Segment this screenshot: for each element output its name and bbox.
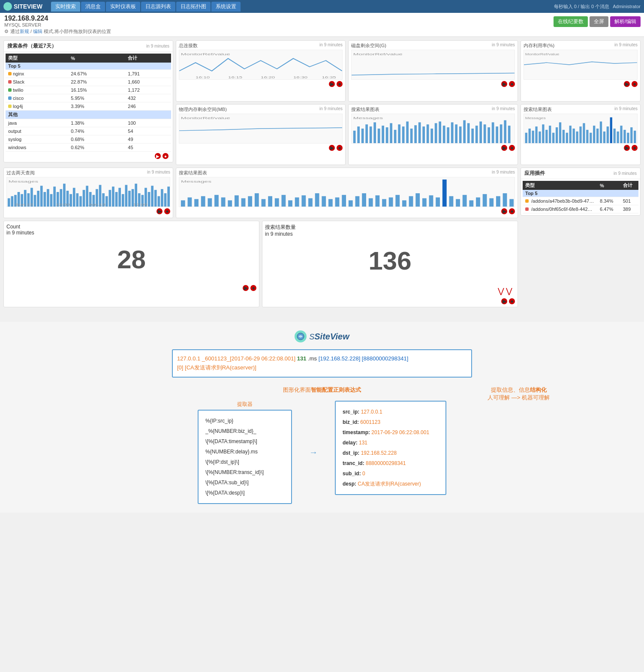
svg-rect-159 — [288, 200, 292, 207]
svg-rect-154 — [255, 193, 259, 207]
online-summary-button[interactable]: 在线纪要数 — [554, 16, 588, 27]
svg-rect-152 — [241, 198, 246, 207]
info-button-2days[interactable]: ● — [164, 208, 170, 214]
svg-rect-16 — [365, 124, 368, 143]
nav-tab-dashboard[interactable]: 实时仪表板 — [106, 2, 140, 12]
info-button-count28[interactable]: ● — [250, 285, 256, 291]
info-button-memory[interactable]: ● — [632, 81, 638, 87]
extractor-field-4: \[%{IP:dst_ip}\] — [205, 457, 284, 467]
svg-rect-58 — [542, 124, 544, 143]
play-button-count136[interactable]: ▶ — [501, 298, 507, 304]
chart-time-search2: in 9 minutes — [614, 106, 638, 111]
server-type: MYSQL SERVER — [4, 22, 558, 27]
svg-rect-21 — [386, 127, 388, 143]
extractor-column: 提取器 %{IP:src_ip} _%{NUMBER:biz_id}_ \[%{… — [198, 401, 292, 504]
svg-rect-81 — [620, 126, 622, 143]
chevron-down-icon-2[interactable]: ⋁ — [506, 286, 512, 296]
nav-tab-settings[interactable]: 系统设置 — [211, 2, 241, 12]
info-button-phys[interactable]: ● — [337, 145, 343, 151]
chart-area-memory: MonitorRef/value Time — [524, 50, 638, 80]
app-plugins-table-container: 类型 % 合计 Top 5 /addons/a47beb3b-0bd9- — [521, 179, 640, 215]
svg-rect-161 — [301, 195, 306, 207]
table-row: windows 0.62% 45 — [6, 144, 171, 152]
svg-text:Jun.13: Jun.13 — [88, 203, 105, 207]
svg-rect-121 — [118, 188, 121, 207]
svg-rect-130 — [148, 192, 150, 207]
svg-rect-162 — [308, 198, 313, 207]
count-time-28: in 9 minutes — [6, 230, 256, 236]
color-dot-twilio — [8, 88, 12, 92]
breadcrumb-link-new[interactable]: 新规 — [20, 29, 29, 34]
svg-rect-14 — [357, 126, 360, 143]
svg-rect-69 — [579, 126, 581, 143]
nav-tab-search[interactable]: 实时搜索 — [51, 2, 80, 12]
log-part2: 131 — [297, 355, 307, 362]
info-button-search[interactable]: ● — [163, 153, 169, 159]
svg-rect-23 — [394, 129, 397, 143]
chart-search-result-1: 搜索结果图表 in 9 minutes — [348, 104, 518, 165]
info-button-search2[interactable]: ● — [632, 145, 638, 151]
play-button-phys[interactable]: ▶ — [329, 145, 335, 151]
top-nav: SITEVIEW 实时搜索 消息盒 实时仪表板 日志源列表 日志拓扑图 系统设置… — [0, 0, 644, 13]
chart-controls-count136: ▶ ● — [265, 298, 515, 304]
main-content: 总连接数 in 9 minutes MonitorRef/value 16:10… — [0, 37, 644, 313]
svg-rect-180 — [429, 195, 433, 207]
color-dot-slack — [8, 80, 12, 84]
chart-area-connections: MonitorRef/value 16:10 16:15 16:20 16:30… — [179, 50, 343, 80]
play-button-memory[interactable]: ▶ — [624, 81, 630, 87]
svg-rect-88 — [11, 196, 14, 207]
edit-button[interactable]: 解析/编辑 — [610, 16, 641, 27]
play-button-connections[interactable]: ▶ — [329, 81, 335, 87]
table-row: nginx 24.67% 1,791 — [6, 70, 171, 78]
play-button-search1[interactable]: ▶ — [501, 145, 507, 151]
svg-rect-147 — [208, 198, 212, 207]
play-button-disk[interactable]: ▶ — [501, 81, 507, 87]
search-conditions-time: in 9 minutes — [146, 44, 169, 48]
svg-rect-77 — [607, 126, 609, 143]
chart-search-result-3: 搜索结果图表 in 9 minutes — [176, 168, 518, 218]
nav-tab-messages[interactable]: 消息盒 — [81, 2, 105, 12]
table-row: syslog 0.68% 49 — [6, 135, 171, 144]
info-button-search3[interactable]: ● — [509, 208, 515, 214]
play-button-2days[interactable]: ▶ — [156, 208, 163, 214]
svg-rect-78 — [610, 117, 612, 143]
play-button-search3[interactable]: ▶ — [501, 208, 507, 214]
log-part3: [192.168.52.228] [88800000298341] — [319, 355, 409, 362]
svg-rect-19 — [378, 129, 380, 143]
svg-text:16:10: 16:10 — [196, 76, 210, 79]
svg-rect-164 — [322, 196, 326, 207]
nav-tab-topology[interactable]: 日志拓扑图 — [176, 2, 211, 12]
svg-rect-35 — [443, 126, 445, 143]
nav-tab-logs[interactable]: 日志源列表 — [141, 2, 175, 12]
svg-rect-85 — [634, 130, 636, 143]
svg-rect-67 — [573, 129, 575, 143]
count-time-136: in 9 minutes — [265, 231, 515, 237]
nav-tabs: 实时搜索 消息盒 实时仪表板 日志源列表 日志拓扑图 系统设置 — [51, 2, 241, 12]
play-button-search2[interactable]: ▶ — [624, 145, 630, 151]
svg-rect-46 — [488, 127, 490, 143]
breadcrumb-link-edit[interactable]: 编辑 — [33, 29, 42, 34]
svg-rect-118 — [109, 190, 111, 207]
play-button-search[interactable]: ▶ — [155, 153, 161, 159]
svg-rect-171 — [369, 198, 373, 207]
info-button-count136[interactable]: ● — [509, 298, 515, 304]
svg-rect-76 — [603, 131, 605, 143]
svg-rect-84 — [630, 127, 632, 143]
chevron-down-icon[interactable]: ⋁ — [498, 286, 504, 296]
fullscreen-button[interactable]: 全屏 — [590, 16, 608, 27]
info-button-connections[interactable]: ● — [337, 81, 343, 87]
svg-text:16:20: 16:20 — [261, 76, 275, 79]
svg-rect-110 — [83, 190, 85, 207]
info-button-disk[interactable]: ● — [509, 81, 515, 87]
svg-rect-71 — [586, 129, 588, 143]
info-button-search1[interactable]: ● — [509, 145, 515, 151]
chart-total-connections: 总连接数 in 9 minutes MonitorRef/value 16:10… — [176, 40, 346, 102]
svg-rect-45 — [484, 124, 486, 143]
chart-controls-2days: ▶ ● — [6, 208, 170, 214]
svg-rect-190 — [496, 196, 500, 207]
play-button-count28[interactable]: ▶ — [243, 285, 249, 291]
svg-rect-143 — [181, 200, 185, 207]
chart-controls-memory: ▶ ● — [524, 81, 638, 87]
svg-rect-47 — [492, 122, 494, 143]
table-row: output 0.74% 54 — [6, 127, 171, 135]
